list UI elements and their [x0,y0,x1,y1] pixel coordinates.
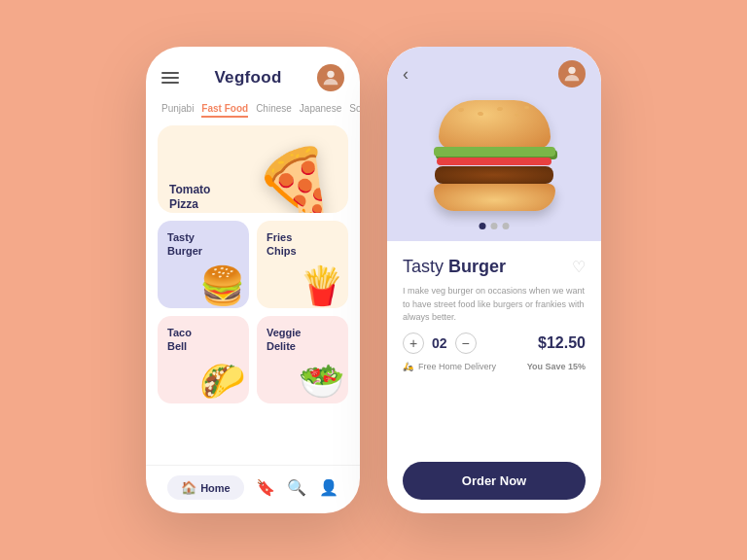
back-button[interactable]: ‹ [403,64,409,85]
quantity-value: 02 [432,335,447,351]
dot-3[interactable] [503,223,510,229]
dot-2[interactable] [491,223,498,229]
bottom-nav: 🏠 Home 🔖 🔍 👤 [146,465,360,513]
right-content: Tasty Burger ♡ I make veg burger on occa… [387,241,601,513]
title-bold: Burger [448,257,506,276]
quantity-increase-button[interactable]: − [455,332,477,354]
fries-title: FriesChips [267,230,338,259]
dot-1[interactable] [480,223,486,229]
svg-point-1 [568,67,575,74]
left-phone: Vegfood Punjabi Fast Food Chinese Japane… [146,47,360,513]
home-icon: 🏠 [181,480,196,495]
tab-punjabi[interactable]: Punjabi [161,103,194,118]
veggie-card[interactable]: VeggieDelite 🥗 [257,316,348,403]
search-icon[interactable]: 🔍 [287,478,306,497]
svg-point-0 [327,71,334,78]
taco-image: 🌮 [199,363,245,400]
price: $12.50 [538,334,586,352]
taco-title: TacoBell [167,326,239,354]
fries-card[interactable]: FriesChips 🍟 [257,221,348,308]
favorite-icon[interactable]: ♡ [572,258,586,276]
right-top-area: ‹ [387,47,601,241]
delivery-row: 🛵 Free Home Delivery You Save 15% [403,362,586,371]
pizza-title: TomatoPizza [169,183,210,213]
taco-card[interactable]: TacoBell 🌮 [158,316,249,403]
quantity-row: + 02 − $12.50 [403,332,586,354]
veggie-title: VeggieDelite [267,326,338,354]
delivery-text: Free Home Delivery [418,362,496,371]
user-icon[interactable]: 👤 [319,478,338,497]
tab-japanese[interactable]: Japanese [300,103,341,118]
avatar[interactable] [317,64,344,91]
fries-image: 🍟 [299,267,344,304]
pizza-card[interactable]: TomatoPizza 🍕 [158,125,348,213]
veggie-image: 🥗 [299,363,344,400]
order-now-button[interactable]: Order Now [403,462,586,500]
pizza-image: 🍕 [254,149,337,213]
app-title: Vegfood [214,68,281,88]
tab-chinese[interactable]: Chinese [256,103,292,118]
burger-image: 🍔 [199,267,245,304]
delivery-icon: 🛵 [403,362,413,371]
tab-fast-food[interactable]: Fast Food [201,103,248,118]
detail-description: I make veg burger on occasions when we w… [403,285,586,325]
detail-title: Tasty Burger [403,257,506,277]
quantity-controls: + 02 − [403,332,477,354]
title-normal: Tasty [403,257,444,276]
delivery-info: 🛵 Free Home Delivery [403,362,496,371]
grid-cards: TastyBurger 🍔 FriesChips 🍟 TacoBell 🌮 Ve… [158,221,348,403]
tab-south[interactable]: South [349,103,360,118]
phones-container: Vegfood Punjabi Fast Food Chinese Japane… [146,47,601,513]
image-dots [480,223,510,229]
hero-food-image [416,81,572,231]
home-nav-item[interactable]: 🏠 Home [167,475,244,500]
home-label: Home [200,482,231,494]
left-header: Vegfood [146,47,360,99]
menu-icon[interactable] [161,72,179,84]
quantity-decrease-button[interactable]: + [403,332,424,354]
food-cards: TomatoPizza 🍕 TastyBurger 🍔 FriesChips 🍟… [146,125,360,465]
category-tabs: Punjabi Fast Food Chinese Japanese South [146,99,360,125]
bookmark-icon[interactable]: 🔖 [256,478,275,497]
burger-title: TastyBurger [167,230,239,259]
right-phone: ‹ [387,47,601,513]
burger-card[interactable]: TastyBurger 🍔 [158,221,249,308]
savings-text: You Save 15% [527,362,586,371]
detail-title-row: Tasty Burger ♡ [403,257,586,277]
